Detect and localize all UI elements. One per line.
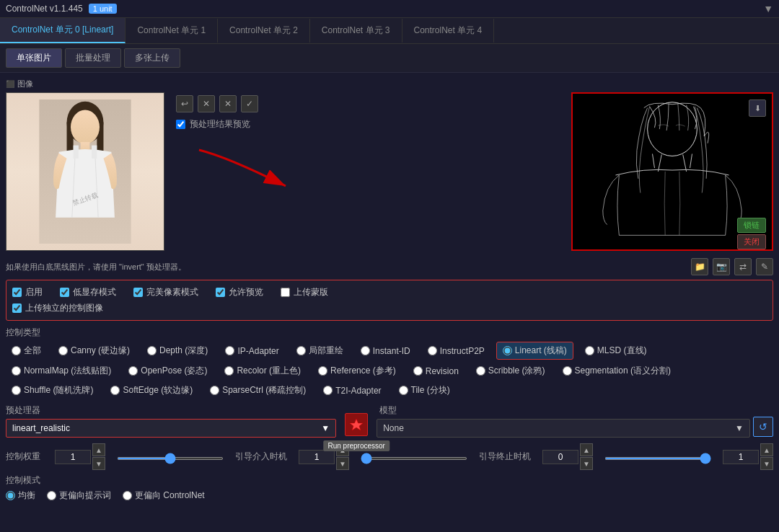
type-recolor[interactable]: Recolor (重上色): [219, 363, 307, 379]
type-ipadapter[interactable]: IP-Adapter: [219, 342, 284, 360]
main-content: ⬛ 图像: [0, 73, 779, 507]
end-slider-container: [599, 452, 717, 462]
end2-step-input[interactable]: [723, 450, 759, 464]
type-all[interactable]: 全部: [6, 342, 47, 360]
uploadseparate-checkbox[interactable]: 上传独立的控制图像: [12, 302, 767, 314]
end-down-arrow[interactable]: ▼: [580, 457, 593, 470]
weight-steps-row: 控制权重 ▲ ▼ 引导介入时机 ▲ ▼ 引导终止时机 ▲: [6, 443, 773, 470]
subtab-single[interactable]: 单张图片: [6, 48, 62, 68]
type-lineart[interactable]: Lineart (线稿): [496, 342, 573, 360]
lowvram-checkbox[interactable]: 低显存模式: [60, 286, 116, 298]
model-select[interactable]: None ▼: [377, 419, 750, 438]
close-button[interactable]: 关闭: [737, 234, 766, 249]
preview-checkbox[interactable]: [176, 120, 185, 129]
start-step-input[interactable]: [299, 450, 335, 464]
allowpreview-checkbox[interactable]: 允许预览: [216, 286, 263, 298]
end-step-label: 引导终止时机: [479, 451, 537, 463]
type-softedge[interactable]: SoftEdge (软边缘): [105, 382, 198, 399]
star-icon: [350, 418, 363, 431]
close-x-icon[interactable]: ✕: [219, 95, 237, 112]
type-instantid[interactable]: Instant-ID: [355, 342, 416, 360]
subtab-multi[interactable]: 多张上传: [124, 48, 180, 68]
undo-icon[interactable]: ↩: [176, 95, 193, 112]
run-preprocessor-button[interactable]: Run preprocessor: [345, 413, 368, 436]
uploadmask-checkbox[interactable]: 上传蒙版: [281, 286, 328, 298]
type-tile[interactable]: Tile (分块): [393, 382, 456, 399]
type-mlsd[interactable]: MLSD (直线): [579, 342, 653, 360]
second-checkboxes-row: 上传独立的控制图像: [12, 302, 767, 314]
control-type-radio-grid-2: NormalMap (法线贴图) OpenPose (姿态) Recolor (…: [6, 363, 773, 379]
tab-controlnet-1[interactable]: ControlNet 单元 1: [126, 19, 218, 43]
type-sparsectrl[interactable]: SparseCtrl (稀疏控制): [204, 382, 312, 399]
control-type-radio-grid: 全部 Canny (硬边缘) Depth (深度) IP-Adapter 局部重…: [6, 342, 773, 360]
mode-balanced[interactable]: 均衡: [6, 489, 35, 502]
mode-radio-row: 均衡 更偏向提示词 更偏向 ControlNet: [6, 489, 773, 502]
type-scribble[interactable]: Scribble (涂鸦): [470, 363, 551, 379]
weight-input[interactable]: [55, 450, 91, 464]
type-depth[interactable]: Depth (深度): [141, 342, 214, 360]
weight-slider-container: [111, 452, 229, 462]
end2-down-arrow[interactable]: ▼: [760, 457, 773, 470]
type-canny[interactable]: Canny (硬边缘): [53, 342, 136, 360]
weight-down-arrow[interactable]: ▼: [92, 457, 105, 470]
mode-prompt[interactable]: 更偏向提示词: [47, 489, 111, 502]
type-segmentation[interactable]: Segmentation (语义分割): [557, 363, 677, 379]
end2-input-group: ▲ ▼: [723, 443, 773, 470]
camera-icon[interactable]: 📷: [713, 258, 730, 275]
control-type-label: 控制类型: [6, 327, 773, 339]
app-title: ControlNet v1.1.445: [6, 4, 83, 14]
preview-label: 预处理结果预览: [190, 118, 250, 130]
model-refresh-button[interactable]: ↺: [753, 417, 773, 437]
mode-controlnet[interactable]: 更偏向 ControlNet: [123, 489, 205, 502]
tab-controlnet-0[interactable]: ControlNet 单元 0 [Lineart]: [0, 18, 126, 43]
tab-controlnet-2[interactable]: ControlNet 单元 2: [218, 19, 310, 43]
preview-image-area: ⬇ 锁链 关闭: [571, 92, 773, 251]
start-up-arrow[interactable]: ▲: [336, 443, 349, 456]
model-label: 模型: [379, 404, 750, 417]
type-openpose[interactable]: OpenPose (姿态): [123, 363, 213, 379]
perfectpixel-checkbox[interactable]: 完美像素模式: [133, 286, 198, 298]
start-slider[interactable]: [361, 457, 467, 460]
type-instructp2p[interactable]: InstructP2P: [422, 342, 490, 360]
end-step-input[interactable]: [542, 450, 578, 464]
end2-up-arrow[interactable]: ▲: [760, 443, 773, 456]
type-revision[interactable]: Revision: [408, 363, 465, 379]
tab-controlnet-4[interactable]: ControlNet 单元 4: [402, 19, 495, 43]
checkmark-icon[interactable]: ✓: [241, 95, 258, 112]
start-down-arrow[interactable]: ▼: [336, 457, 349, 470]
type-inpaint[interactable]: 局部重绘: [291, 342, 349, 360]
svg-rect-6: [74, 146, 79, 159]
type-shuffle[interactable]: Shuffle (随机洗牌): [6, 382, 99, 399]
folder-icon[interactable]: 📁: [691, 258, 708, 275]
weight-up-arrow[interactable]: ▲: [92, 443, 105, 456]
end-up-arrow[interactable]: ▲: [580, 443, 593, 456]
person-image: 禁止转载: [6, 93, 164, 250]
type-t2iadapter[interactable]: T2I-Adapter: [317, 382, 387, 399]
clear-icon[interactable]: ✕: [198, 95, 215, 112]
run-preprocessor-container: Run preprocessor: [345, 413, 368, 436]
end-step-input-group: ▲ ▼: [542, 443, 593, 470]
tab-controlnet-3[interactable]: ControlNet 单元 3: [310, 19, 402, 43]
start-step-label: 引导介入时机: [235, 451, 293, 463]
middle-controls: ↩ ✕ ✕ ✓ 预处理结果预览: [170, 92, 565, 251]
image-upload-area[interactable]: 禁止转载: [6, 92, 164, 251]
preprocessor-dropdown-icon: ▼: [321, 423, 330, 433]
start-slider-container: [355, 452, 473, 462]
model-dropdown-icon: ▼: [735, 423, 744, 433]
end-slider[interactable]: [604, 457, 711, 460]
edit-icon[interactable]: ✎: [756, 258, 773, 275]
corner-arrow-icon[interactable]: ▼: [763, 3, 773, 14]
download-preview-button[interactable]: ⬇: [749, 99, 766, 117]
weight-slider[interactable]: [117, 457, 224, 460]
lock-button[interactable]: 锁链: [737, 218, 766, 233]
bottom-right-controls: 锁链 关闭: [737, 218, 766, 249]
weight-input-group: ▲ ▼: [55, 443, 105, 470]
start-step-input-group: ▲ ▼: [299, 443, 349, 470]
title-bar: ControlNet v1.1.445 1 unit ▼: [0, 0, 779, 18]
subtab-batch[interactable]: 批量处理: [65, 48, 121, 68]
enable-checkbox[interactable]: 启用: [12, 286, 43, 298]
swap-icon[interactable]: ⇄: [734, 258, 752, 275]
type-normalmap[interactable]: NormalMap (法线贴图): [6, 363, 117, 379]
type-reference[interactable]: Reference (参考): [312, 363, 402, 379]
preprocessor-select[interactable]: lineart_realistic ▼: [6, 419, 336, 438]
